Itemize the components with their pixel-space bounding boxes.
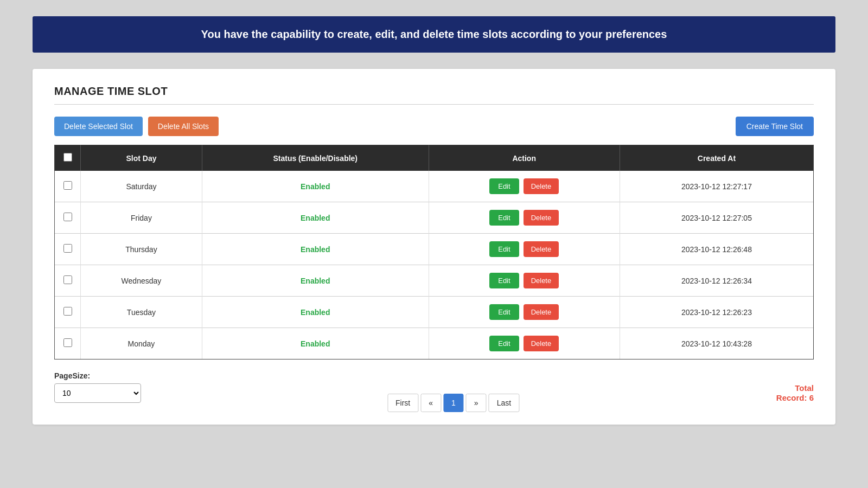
row-day-0: Saturday bbox=[81, 171, 202, 202]
pagination-first[interactable]: First bbox=[387, 394, 418, 412]
header-status: Status (Enable/Disable) bbox=[202, 145, 429, 171]
row-checkbox-2[interactable] bbox=[63, 244, 72, 253]
total-record-value: 6 bbox=[809, 393, 814, 402]
edit-button-3[interactable]: Edit bbox=[489, 273, 519, 288]
row-status-1: Enabled bbox=[202, 202, 429, 234]
row-day-2: Thursday bbox=[81, 234, 202, 265]
pagination-prev[interactable]: « bbox=[420, 394, 441, 412]
time-slot-table: Slot Day Status (Enable/Disable) Action … bbox=[54, 145, 814, 359]
row-checkbox-cell bbox=[55, 297, 81, 328]
row-action-1: Edit Delete bbox=[429, 202, 620, 234]
edit-button-1[interactable]: Edit bbox=[489, 210, 519, 226]
row-day-3: Wednesday bbox=[81, 265, 202, 297]
row-status-4: Enabled bbox=[202, 297, 429, 328]
edit-button-4[interactable]: Edit bbox=[489, 304, 519, 320]
delete-button-3[interactable]: Delete bbox=[524, 273, 559, 288]
row-action-4: Edit Delete bbox=[429, 297, 620, 328]
table-row: Friday Enabled Edit Delete 2023-10-12 12… bbox=[55, 202, 814, 234]
pagination-next[interactable]: » bbox=[466, 394, 487, 412]
page-title: MANAGE TIME SLOT bbox=[54, 85, 814, 98]
row-status-3: Enabled bbox=[202, 265, 429, 297]
delete-button-0[interactable]: Delete bbox=[524, 178, 559, 194]
row-day-5: Monday bbox=[81, 328, 202, 359]
pagination-last[interactable]: Last bbox=[489, 394, 519, 412]
row-action-2: Edit Delete bbox=[429, 234, 620, 265]
row-created-at-1: 2023-10-12 12:27:05 bbox=[620, 202, 813, 234]
table-row: Monday Enabled Edit Delete 2023-10-12 10… bbox=[55, 328, 814, 359]
footer-area: PageSize: 10 25 50 100 First « 1 » Last … bbox=[54, 371, 814, 403]
delete-button-2[interactable]: Delete bbox=[524, 241, 559, 257]
row-action-5: Edit Delete bbox=[429, 328, 620, 359]
main-card: MANAGE TIME SLOT Delete Selected Slot De… bbox=[33, 69, 835, 425]
row-checkbox-5[interactable] bbox=[63, 338, 72, 347]
header-created-at: Created At bbox=[620, 145, 813, 171]
edit-button-0[interactable]: Edit bbox=[489, 178, 519, 194]
row-created-at-3: 2023-10-12 12:26:34 bbox=[620, 265, 813, 297]
pagesize-select[interactable]: 10 25 50 100 bbox=[54, 383, 141, 403]
delete-button-4[interactable]: Delete bbox=[524, 304, 559, 320]
row-checkbox-3[interactable] bbox=[63, 275, 72, 284]
row-checkbox-cell bbox=[55, 171, 81, 202]
table-row: Tuesday Enabled Edit Delete 2023-10-12 1… bbox=[55, 297, 814, 328]
header-action: Action bbox=[429, 145, 620, 171]
toolbar-left: Delete Selected Slot Delete All Slots bbox=[54, 117, 219, 136]
delete-all-button[interactable]: Delete All Slots bbox=[148, 117, 219, 136]
footer-right: Total Record: 6 bbox=[765, 383, 814, 403]
edit-button-2[interactable]: Edit bbox=[489, 241, 519, 257]
pagination-current[interactable]: 1 bbox=[443, 394, 464, 412]
row-day-1: Friday bbox=[81, 202, 202, 234]
row-checkbox-cell bbox=[55, 202, 81, 234]
table-row: Saturday Enabled Edit Delete 2023-10-12 … bbox=[55, 171, 814, 202]
row-created-at-5: 2023-10-12 10:43:28 bbox=[620, 328, 813, 359]
delete-button-1[interactable]: Delete bbox=[524, 210, 559, 226]
row-checkbox-cell bbox=[55, 328, 81, 359]
row-status-5: Enabled bbox=[202, 328, 429, 359]
pagination: First « 1 » Last bbox=[387, 394, 519, 412]
create-time-slot-button[interactable]: Create Time Slot bbox=[736, 117, 814, 136]
row-checkbox-cell bbox=[55, 265, 81, 297]
delete-selected-button[interactable]: Delete Selected Slot bbox=[54, 117, 143, 136]
table-row: Thursday Enabled Edit Delete 2023-10-12 … bbox=[55, 234, 814, 265]
row-status-2: Enabled bbox=[202, 234, 429, 265]
banner-text: You have the capability to create, edit,… bbox=[201, 28, 667, 40]
pagesize-label: PageSize: bbox=[54, 371, 141, 380]
table-row: Wednesday Enabled Edit Delete 2023-10-12… bbox=[55, 265, 814, 297]
delete-button-5[interactable]: Delete bbox=[524, 336, 559, 351]
row-action-0: Edit Delete bbox=[429, 171, 620, 202]
pagesize-section: PageSize: 10 25 50 100 bbox=[54, 371, 141, 403]
row-action-3: Edit Delete bbox=[429, 265, 620, 297]
row-created-at-4: 2023-10-12 12:26:23 bbox=[620, 297, 813, 328]
toolbar: Delete Selected Slot Delete All Slots Cr… bbox=[54, 117, 814, 136]
edit-button-5[interactable]: Edit bbox=[489, 336, 519, 351]
row-checkbox-cell bbox=[55, 234, 81, 265]
total-record: Total Record: 6 bbox=[776, 383, 814, 402]
row-status-0: Enabled bbox=[202, 171, 429, 202]
row-created-at-2: 2023-10-12 12:26:48 bbox=[620, 234, 813, 265]
row-day-4: Tuesday bbox=[81, 297, 202, 328]
title-divider bbox=[54, 104, 814, 105]
row-checkbox-1[interactable] bbox=[63, 213, 72, 221]
header-slot-day: Slot Day bbox=[81, 145, 202, 171]
row-created-at-0: 2023-10-12 12:27:17 bbox=[620, 171, 813, 202]
select-all-checkbox[interactable] bbox=[63, 153, 72, 162]
row-checkbox-4[interactable] bbox=[63, 307, 72, 316]
header-checkbox bbox=[55, 145, 81, 171]
top-banner: You have the capability to create, edit,… bbox=[33, 16, 835, 53]
row-checkbox-0[interactable] bbox=[63, 181, 72, 190]
table-header-row: Slot Day Status (Enable/Disable) Action … bbox=[55, 145, 814, 171]
total-record-label: Total Record: bbox=[776, 383, 814, 402]
